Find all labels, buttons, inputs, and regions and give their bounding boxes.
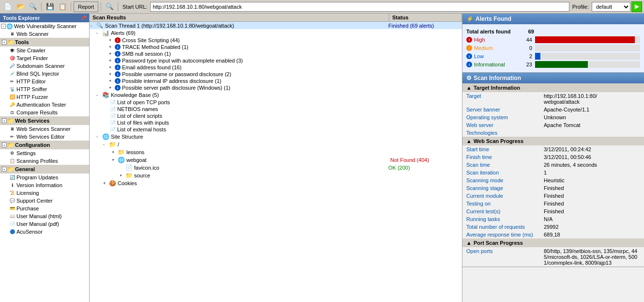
expand-site[interactable]: - [96, 134, 102, 139]
expand-alerts[interactable]: - [96, 31, 102, 35]
expand-email[interactable]: + [109, 65, 115, 70]
alert-trace[interactable]: + i TRACE Method Enabled (1) [90, 44, 462, 50]
sidebar-item-support[interactable]: 💬 Support Center [0, 197, 89, 205]
web-scan-header[interactable]: ▲ Web Scan Progress [462, 137, 644, 145]
alert-smb[interactable]: + i SMB null session (1) [90, 50, 462, 57]
save-as-btn[interactable]: 📋 [57, 1, 68, 12]
sidebar-item-web-vuln-scanner[interactable]: - 🌐 Web Vulnerability Scanner [0, 22, 89, 30]
kb-tcp[interactable]: 📄 List of open TCP ports [90, 99, 462, 106]
kb-netbios[interactable]: 📄 NETBIOS names [90, 106, 462, 112]
sidebar-item-ws-editor[interactable]: ✏ Web Services Editor [0, 133, 89, 141]
sidebar-item-licensing[interactable]: 📜 Licensing [0, 189, 89, 197]
alert-autocomplete[interactable]: + i Password type input with autocomplet… [90, 57, 462, 64]
expand-web-services[interactable]: - [2, 118, 7, 123]
sidebar-item-http-editor[interactable]: ✏ HTTP Editor [0, 78, 89, 85]
site-webgoat[interactable]: + 🌐 webgoat Not Found (404) [90, 156, 462, 164]
expand-source[interactable]: + [120, 173, 125, 178]
alert-email[interactable]: + i Email address found (16) [90, 64, 462, 71]
expand-trace[interactable]: + [109, 45, 115, 49]
kb-external[interactable]: 📄 List of external hosts [90, 126, 462, 133]
report-btn[interactable]: Report [74, 1, 98, 12]
scan-info-header[interactable]: ⚙ Scan Information [462, 73, 644, 83]
expand-general[interactable]: - [2, 167, 7, 172]
expand-config[interactable]: - [2, 143, 7, 147]
sidebar-item-general[interactable]: - 📁 General [0, 165, 89, 174]
expand-smb[interactable]: + [109, 51, 115, 56]
sidebar-item-http-sniffer[interactable]: 📡 HTTP Sniffer [0, 85, 89, 93]
sidebar-item-tools[interactable]: - 📁 Tools [0, 38, 89, 47]
expand-kb[interactable]: - [96, 93, 102, 97]
save-btn[interactable]: 💾 [44, 1, 56, 12]
expand-path[interactable]: + [109, 85, 115, 90]
lessons-label: lessons [126, 149, 461, 155]
sidebar-item-version-info[interactable]: ℹ Version Information [0, 181, 89, 189]
url-label: Start URL: [123, 4, 147, 10]
scan-btn[interactable]: 🔍 [27, 1, 39, 12]
cookies-row[interactable]: + 🍪 Cookies [90, 179, 462, 187]
ws-scanner-icon: 🖥 [9, 126, 15, 132]
sidebar-item-settings[interactable]: ⚙ Settings [0, 149, 89, 157]
expand-webgoat[interactable]: + [112, 158, 118, 162]
favicon-status: OK (200) [388, 165, 461, 171]
sidebar-item-program-updates[interactable]: 🔄 Program Updates [0, 174, 89, 181]
target-info-header[interactable]: ▲ Target Information [462, 83, 644, 92]
expand-xss[interactable]: + [109, 38, 115, 43]
sidebar-item-configuration[interactable]: - 📁 Configuration [0, 141, 89, 149]
globe-icon: 🌐 [6, 23, 13, 30]
sidebar-item-blind-sql[interactable]: 💉 Blind SQL Injector [0, 70, 89, 78]
sidebar-item-ws-scanner[interactable]: 🖥 Web Services Scanner [0, 125, 89, 133]
current-tests-value: Finished [544, 208, 564, 214]
alerts-group-row[interactable]: - 📊 Alerts (69) [90, 29, 462, 37]
expand-lessons[interactable]: + [112, 150, 118, 155]
url-input[interactable] [150, 2, 569, 12]
sidebar-item-auth-tester[interactable]: 🔑 Authentication Tester [0, 101, 89, 109]
sidebar-item-subdomain-scanner[interactable]: 🔎 Subdomain Scanner [0, 62, 89, 70]
expand-web-vuln[interactable]: - [1, 24, 6, 29]
sidebar-item-user-manual-html[interactable]: 📖 User Manual (html) [0, 212, 89, 220]
knowledge-base-row[interactable]: - 📚 Knowledge Base (5) [90, 91, 462, 99]
sidebar-item-purchase[interactable]: 💳 Purchase [0, 205, 89, 212]
alert-path[interactable]: + i Possible server path disclosure (Win… [90, 84, 462, 91]
expand-root[interactable]: - [103, 142, 109, 147]
version-icon: ℹ [9, 182, 15, 189]
alert-ip[interactable]: + i Possible internal IP address disclos… [90, 78, 462, 84]
sidebar-item-acusensor[interactable]: 🔵 AcuSensor [0, 228, 89, 236]
sidebar-item-compare-results[interactable]: ⚖ Compare Results [0, 109, 89, 116]
expand-username[interactable]: + [109, 72, 115, 77]
expand-autocomplete[interactable]: + [109, 58, 115, 63]
sidebar-item-web-services[interactable]: - 📁 Web Services [0, 116, 89, 125]
new-btn[interactable]: 📄 [2, 1, 14, 12]
sidebar-item-web-scanner[interactable]: 🖥 Web Scanner [0, 30, 89, 38]
expand-cookies[interactable]: + [103, 181, 109, 186]
port-scan-header[interactable]: ▲ Port Scan Progress [462, 238, 644, 247]
site-lessons[interactable]: + 📁 lessons [90, 148, 462, 156]
open-btn[interactable]: 📂 [15, 1, 26, 12]
sidebar-item-target-finder[interactable]: 🎯 Target Finder [0, 54, 89, 62]
search-btn[interactable]: 🔍 [104, 1, 115, 12]
scan-time-label: Scan time [466, 162, 544, 168]
site-structure-row[interactable]: - 🌐 Site Structure [90, 133, 462, 141]
profile-select[interactable]: default [592, 2, 630, 12]
scan-thread-row[interactable]: - 🔍 Scan Thread 1 (http://192.168.10.1:8… [90, 22, 462, 29]
site-source[interactable]: + 📁 source [90, 172, 462, 179]
sidebar-item-site-crawler[interactable]: 🕷 Site Crawler [0, 47, 89, 54]
alert-username[interactable]: + i Possible username or password disclo… [90, 71, 462, 78]
expand-tools[interactable]: - [2, 40, 7, 45]
sidebar-item-scanning-profiles[interactable]: 📋 Scanning Profiles [0, 157, 89, 165]
info-alert-row: i Informational 23 [466, 61, 640, 68]
kb-inputs[interactable]: 📄 List of files with inputs [90, 119, 462, 126]
sidebar-item-http-fuzzer[interactable]: 🔀 HTTP Fuzzer [0, 93, 89, 101]
center-panel: Scan Results Status - 🔍 Scan Thread 1 (h… [90, 14, 462, 302]
start-btn[interactable]: ▶ [631, 1, 642, 12]
favicon-label: favicon.ico [134, 165, 388, 171]
kb-scripts[interactable]: 📄 List of client scripts [90, 112, 462, 119]
sidebar-pin[interactable]: 📌 [81, 16, 86, 20]
sidebar-item-user-manual-pdf[interactable]: 📄 User Manual (pdf) [0, 220, 89, 228]
site-root[interactable]: - 📁 / [90, 141, 462, 148]
expand-ip[interactable]: + [109, 79, 115, 83]
alerts-found-header[interactable]: ⚡ Alerts Found [462, 14, 644, 24]
manual-html-icon: 📖 [9, 213, 15, 220]
alert-xss[interactable]: + ! Cross Site Scripting (44) [90, 37, 462, 44]
expand-thread[interactable]: - [91, 23, 96, 28]
site-favicon[interactable]: 📄 favicon.ico OK (200) [90, 164, 462, 172]
